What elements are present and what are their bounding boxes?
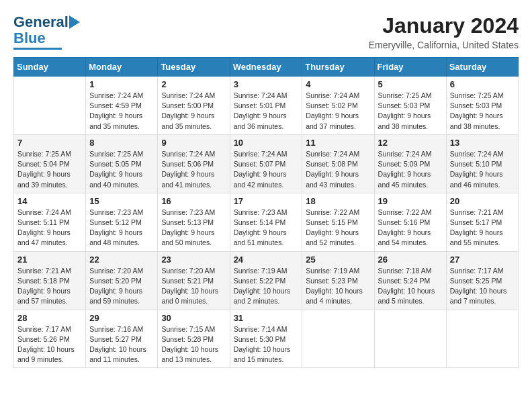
calendar-cell: 5Sunrise: 7:25 AMSunset: 5:03 PMDaylight… xyxy=(374,77,446,135)
month-title: January 2024 xyxy=(369,13,519,38)
day-info: Sunrise: 7:20 AMSunset: 5:20 PMDaylight:… xyxy=(89,266,154,307)
calendar-cell xyxy=(14,77,86,135)
calendar-cell: 9Sunrise: 7:24 AMSunset: 5:06 PMDaylight… xyxy=(158,134,230,193)
day-info: Sunrise: 7:20 AMSunset: 5:21 PMDaylight:… xyxy=(161,266,226,307)
calendar-cell xyxy=(374,310,446,368)
day-info: Sunrise: 7:24 AMSunset: 5:08 PMDaylight:… xyxy=(306,149,370,190)
day-info: Sunrise: 7:25 AMSunset: 5:04 PMDaylight:… xyxy=(17,149,82,190)
day-number: 26 xyxy=(378,255,443,265)
day-info: Sunrise: 7:25 AMSunset: 5:03 PMDaylight:… xyxy=(450,91,515,132)
day-info: Sunrise: 7:24 AMSunset: 5:06 PMDaylight:… xyxy=(161,149,226,190)
day-info: Sunrise: 7:21 AMSunset: 5:18 PMDaylight:… xyxy=(17,266,82,307)
day-info: Sunrise: 7:24 AMSunset: 5:02 PMDaylight:… xyxy=(306,91,370,132)
calendar-cell: 14Sunrise: 7:24 AMSunset: 5:11 PMDayligh… xyxy=(14,193,86,251)
calendar-cell: 30Sunrise: 7:15 AMSunset: 5:28 PMDayligh… xyxy=(158,310,230,368)
calendar-cell: 7Sunrise: 7:25 AMSunset: 5:04 PMDaylight… xyxy=(14,134,86,193)
day-info: Sunrise: 7:23 AMSunset: 5:14 PMDaylight:… xyxy=(234,208,299,248)
calendar-cell: 20Sunrise: 7:21 AMSunset: 5:17 PMDayligh… xyxy=(446,193,518,251)
calendar-cell: 21Sunrise: 7:21 AMSunset: 5:18 PMDayligh… xyxy=(14,251,86,310)
day-number: 25 xyxy=(306,255,370,265)
calendar-cell: 17Sunrise: 7:23 AMSunset: 5:14 PMDayligh… xyxy=(230,193,302,251)
day-number: 22 xyxy=(89,255,154,265)
day-info: Sunrise: 7:24 AMSunset: 5:07 PMDaylight:… xyxy=(234,149,299,190)
calendar-cell: 29Sunrise: 7:16 AMSunset: 5:27 PMDayligh… xyxy=(86,310,158,368)
day-number: 12 xyxy=(378,138,443,148)
day-number: 9 xyxy=(161,138,226,148)
calendar-cell: 2Sunrise: 7:24 AMSunset: 5:00 PMDaylight… xyxy=(158,77,230,135)
day-info: Sunrise: 7:15 AMSunset: 5:28 PMDaylight:… xyxy=(161,324,226,365)
calendar-cell: 11Sunrise: 7:24 AMSunset: 5:08 PMDayligh… xyxy=(302,134,374,193)
day-info: Sunrise: 7:14 AMSunset: 5:30 PMDaylight:… xyxy=(234,324,299,365)
day-number: 16 xyxy=(161,196,226,206)
calendar-cell: 24Sunrise: 7:19 AMSunset: 5:22 PMDayligh… xyxy=(230,251,302,310)
day-info: Sunrise: 7:22 AMSunset: 5:15 PMDaylight:… xyxy=(306,208,370,248)
day-number: 7 xyxy=(17,138,82,148)
logo: General Blue xyxy=(13,13,80,50)
day-info: Sunrise: 7:19 AMSunset: 5:22 PMDaylight:… xyxy=(234,266,299,307)
day-info: Sunrise: 7:24 AMSunset: 5:10 PMDaylight:… xyxy=(450,149,515,190)
calendar-cell: 23Sunrise: 7:20 AMSunset: 5:21 PMDayligh… xyxy=(158,251,230,310)
title-block: January 2024 Emeryville, California, Uni… xyxy=(369,13,519,50)
day-number: 31 xyxy=(234,313,299,323)
day-number: 19 xyxy=(378,196,443,206)
day-of-week-header: Sunday xyxy=(14,58,86,77)
calendar-cell: 31Sunrise: 7:14 AMSunset: 5:30 PMDayligh… xyxy=(230,310,302,368)
day-info: Sunrise: 7:25 AMSunset: 5:05 PMDaylight:… xyxy=(89,149,154,190)
day-info: Sunrise: 7:24 AMSunset: 5:01 PMDaylight:… xyxy=(234,91,299,132)
location-text: Emeryville, California, United States xyxy=(369,40,519,50)
day-number: 6 xyxy=(450,79,515,89)
day-info: Sunrise: 7:22 AMSunset: 5:16 PMDaylight:… xyxy=(378,208,443,248)
calendar-cell: 6Sunrise: 7:25 AMSunset: 5:03 PMDaylight… xyxy=(446,77,518,135)
day-of-week-header: Monday xyxy=(86,58,158,77)
calendar-cell: 12Sunrise: 7:24 AMSunset: 5:09 PMDayligh… xyxy=(374,134,446,193)
day-of-week-header: Wednesday xyxy=(230,58,302,77)
day-of-week-header: Saturday xyxy=(446,58,518,77)
day-info: Sunrise: 7:19 AMSunset: 5:23 PMDaylight:… xyxy=(306,266,370,307)
calendar-table: SundayMondayTuesdayWednesdayThursdayFrid… xyxy=(13,57,519,368)
day-number: 30 xyxy=(161,313,226,323)
day-number: 11 xyxy=(306,138,370,148)
calendar-cell: 22Sunrise: 7:20 AMSunset: 5:20 PMDayligh… xyxy=(86,251,158,310)
day-info: Sunrise: 7:24 AMSunset: 5:00 PMDaylight:… xyxy=(161,91,226,132)
day-number: 2 xyxy=(161,79,226,89)
day-number: 28 xyxy=(17,313,82,323)
logo-blue-text: Blue xyxy=(13,30,46,47)
calendar-cell: 18Sunrise: 7:22 AMSunset: 5:15 PMDayligh… xyxy=(302,193,374,251)
day-info: Sunrise: 7:24 AMSunset: 5:09 PMDaylight:… xyxy=(378,149,443,190)
day-number: 4 xyxy=(306,79,370,89)
day-info: Sunrise: 7:24 AMSunset: 5:11 PMDaylight:… xyxy=(17,208,82,248)
calendar-cell xyxy=(302,310,374,368)
calendar-cell: 25Sunrise: 7:19 AMSunset: 5:23 PMDayligh… xyxy=(302,251,374,310)
day-number: 8 xyxy=(89,138,154,148)
day-info: Sunrise: 7:23 AMSunset: 5:13 PMDaylight:… xyxy=(161,208,226,248)
day-info: Sunrise: 7:16 AMSunset: 5:27 PMDaylight:… xyxy=(89,324,154,365)
day-of-week-header: Tuesday xyxy=(158,58,230,77)
day-number: 24 xyxy=(234,255,299,265)
day-info: Sunrise: 7:25 AMSunset: 5:03 PMDaylight:… xyxy=(378,91,443,132)
calendar-cell: 10Sunrise: 7:24 AMSunset: 5:07 PMDayligh… xyxy=(230,134,302,193)
day-info: Sunrise: 7:18 AMSunset: 5:24 PMDaylight:… xyxy=(378,266,443,307)
calendar-cell: 8Sunrise: 7:25 AMSunset: 5:05 PMDaylight… xyxy=(86,134,158,193)
day-of-week-header: Thursday xyxy=(302,58,374,77)
day-number: 23 xyxy=(161,255,226,265)
logo-triangle-icon xyxy=(69,15,80,29)
day-number: 18 xyxy=(306,196,370,206)
calendar-cell: 16Sunrise: 7:23 AMSunset: 5:13 PMDayligh… xyxy=(158,193,230,251)
calendar-cell: 15Sunrise: 7:23 AMSunset: 5:12 PMDayligh… xyxy=(86,193,158,251)
page-header: General Blue January 2024 Emeryville, Ca… xyxy=(13,13,519,50)
day-info: Sunrise: 7:24 AMSunset: 4:59 PMDaylight:… xyxy=(89,91,154,132)
calendar-cell: 1Sunrise: 7:24 AMSunset: 4:59 PMDaylight… xyxy=(86,77,158,135)
day-number: 29 xyxy=(89,313,154,323)
day-number: 15 xyxy=(89,196,154,206)
day-number: 10 xyxy=(234,138,299,148)
day-info: Sunrise: 7:17 AMSunset: 5:26 PMDaylight:… xyxy=(17,324,82,365)
day-number: 27 xyxy=(450,255,515,265)
day-number: 5 xyxy=(378,79,443,89)
logo-general-text: General xyxy=(13,13,69,31)
day-of-week-header: Friday xyxy=(374,58,446,77)
day-number: 3 xyxy=(234,79,299,89)
calendar-cell: 3Sunrise: 7:24 AMSunset: 5:01 PMDaylight… xyxy=(230,77,302,135)
calendar-cell: 27Sunrise: 7:17 AMSunset: 5:25 PMDayligh… xyxy=(446,251,518,310)
day-number: 13 xyxy=(450,138,515,148)
logo-underline xyxy=(13,48,62,50)
